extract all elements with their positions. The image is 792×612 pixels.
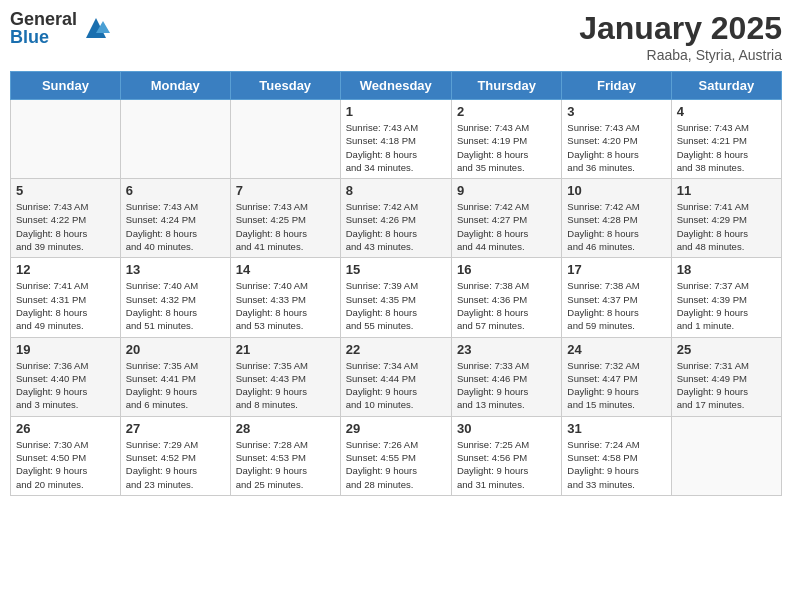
day-info: Sunrise: 7:43 AM Sunset: 4:22 PM Dayligh…	[16, 200, 115, 253]
calendar-day: 22Sunrise: 7:34 AM Sunset: 4:44 PM Dayli…	[340, 337, 451, 416]
day-info: Sunrise: 7:35 AM Sunset: 4:43 PM Dayligh…	[236, 359, 335, 412]
calendar-day	[120, 100, 230, 179]
day-info: Sunrise: 7:41 AM Sunset: 4:31 PM Dayligh…	[16, 279, 115, 332]
calendar-day: 21Sunrise: 7:35 AM Sunset: 4:43 PM Dayli…	[230, 337, 340, 416]
day-number: 9	[457, 183, 556, 198]
day-info: Sunrise: 7:43 AM Sunset: 4:25 PM Dayligh…	[236, 200, 335, 253]
calendar-day: 6Sunrise: 7:43 AM Sunset: 4:24 PM Daylig…	[120, 179, 230, 258]
calendar-week-row: 26Sunrise: 7:30 AM Sunset: 4:50 PM Dayli…	[11, 416, 782, 495]
calendar-day: 16Sunrise: 7:38 AM Sunset: 4:36 PM Dayli…	[451, 258, 561, 337]
day-info: Sunrise: 7:42 AM Sunset: 4:26 PM Dayligh…	[346, 200, 446, 253]
calendar-week-row: 19Sunrise: 7:36 AM Sunset: 4:40 PM Dayli…	[11, 337, 782, 416]
calendar-header-row: SundayMondayTuesdayWednesdayThursdayFrid…	[11, 72, 782, 100]
day-number: 29	[346, 421, 446, 436]
day-number: 5	[16, 183, 115, 198]
day-info: Sunrise: 7:32 AM Sunset: 4:47 PM Dayligh…	[567, 359, 665, 412]
day-number: 30	[457, 421, 556, 436]
calendar-day: 31Sunrise: 7:24 AM Sunset: 4:58 PM Dayli…	[562, 416, 671, 495]
calendar-day: 23Sunrise: 7:33 AM Sunset: 4:46 PM Dayli…	[451, 337, 561, 416]
day-number: 31	[567, 421, 665, 436]
calendar-day	[671, 416, 781, 495]
calendar-week-row: 12Sunrise: 7:41 AM Sunset: 4:31 PM Dayli…	[11, 258, 782, 337]
day-header: Tuesday	[230, 72, 340, 100]
day-info: Sunrise: 7:33 AM Sunset: 4:46 PM Dayligh…	[457, 359, 556, 412]
day-number: 27	[126, 421, 225, 436]
day-header: Thursday	[451, 72, 561, 100]
logo-blue-text: Blue	[10, 28, 77, 46]
day-number: 14	[236, 262, 335, 277]
calendar-day	[11, 100, 121, 179]
calendar-day	[230, 100, 340, 179]
day-info: Sunrise: 7:42 AM Sunset: 4:28 PM Dayligh…	[567, 200, 665, 253]
day-number: 19	[16, 342, 115, 357]
month-title: January 2025	[579, 10, 782, 47]
day-info: Sunrise: 7:43 AM Sunset: 4:19 PM Dayligh…	[457, 121, 556, 174]
calendar-day: 17Sunrise: 7:38 AM Sunset: 4:37 PM Dayli…	[562, 258, 671, 337]
calendar-day: 28Sunrise: 7:28 AM Sunset: 4:53 PM Dayli…	[230, 416, 340, 495]
day-info: Sunrise: 7:31 AM Sunset: 4:49 PM Dayligh…	[677, 359, 776, 412]
day-info: Sunrise: 7:38 AM Sunset: 4:37 PM Dayligh…	[567, 279, 665, 332]
calendar-day: 26Sunrise: 7:30 AM Sunset: 4:50 PM Dayli…	[11, 416, 121, 495]
day-number: 4	[677, 104, 776, 119]
calendar-day: 4Sunrise: 7:43 AM Sunset: 4:21 PM Daylig…	[671, 100, 781, 179]
day-number: 17	[567, 262, 665, 277]
day-info: Sunrise: 7:41 AM Sunset: 4:29 PM Dayligh…	[677, 200, 776, 253]
calendar-day: 19Sunrise: 7:36 AM Sunset: 4:40 PM Dayli…	[11, 337, 121, 416]
day-number: 23	[457, 342, 556, 357]
calendar-day: 3Sunrise: 7:43 AM Sunset: 4:20 PM Daylig…	[562, 100, 671, 179]
day-info: Sunrise: 7:34 AM Sunset: 4:44 PM Dayligh…	[346, 359, 446, 412]
calendar-week-row: 1Sunrise: 7:43 AM Sunset: 4:18 PM Daylig…	[11, 100, 782, 179]
day-header: Wednesday	[340, 72, 451, 100]
day-number: 2	[457, 104, 556, 119]
calendar-day: 27Sunrise: 7:29 AM Sunset: 4:52 PM Dayli…	[120, 416, 230, 495]
day-info: Sunrise: 7:42 AM Sunset: 4:27 PM Dayligh…	[457, 200, 556, 253]
day-number: 24	[567, 342, 665, 357]
day-number: 13	[126, 262, 225, 277]
day-number: 22	[346, 342, 446, 357]
day-info: Sunrise: 7:40 AM Sunset: 4:32 PM Dayligh…	[126, 279, 225, 332]
calendar-day: 11Sunrise: 7:41 AM Sunset: 4:29 PM Dayli…	[671, 179, 781, 258]
day-number: 8	[346, 183, 446, 198]
day-info: Sunrise: 7:29 AM Sunset: 4:52 PM Dayligh…	[126, 438, 225, 491]
day-number: 25	[677, 342, 776, 357]
calendar-table: SundayMondayTuesdayWednesdayThursdayFrid…	[10, 71, 782, 496]
day-info: Sunrise: 7:37 AM Sunset: 4:39 PM Dayligh…	[677, 279, 776, 332]
calendar-day: 15Sunrise: 7:39 AM Sunset: 4:35 PM Dayli…	[340, 258, 451, 337]
calendar-day: 24Sunrise: 7:32 AM Sunset: 4:47 PM Dayli…	[562, 337, 671, 416]
calendar-day: 30Sunrise: 7:25 AM Sunset: 4:56 PM Dayli…	[451, 416, 561, 495]
page-header: General Blue January 2025 Raaba, Styria,…	[10, 10, 782, 63]
day-header: Friday	[562, 72, 671, 100]
calendar-day: 14Sunrise: 7:40 AM Sunset: 4:33 PM Dayli…	[230, 258, 340, 337]
day-number: 7	[236, 183, 335, 198]
day-number: 1	[346, 104, 446, 119]
calendar-day: 12Sunrise: 7:41 AM Sunset: 4:31 PM Dayli…	[11, 258, 121, 337]
day-number: 15	[346, 262, 446, 277]
day-number: 18	[677, 262, 776, 277]
day-info: Sunrise: 7:39 AM Sunset: 4:35 PM Dayligh…	[346, 279, 446, 332]
day-info: Sunrise: 7:28 AM Sunset: 4:53 PM Dayligh…	[236, 438, 335, 491]
day-number: 12	[16, 262, 115, 277]
calendar-day: 25Sunrise: 7:31 AM Sunset: 4:49 PM Dayli…	[671, 337, 781, 416]
calendar-day: 13Sunrise: 7:40 AM Sunset: 4:32 PM Dayli…	[120, 258, 230, 337]
calendar-day: 29Sunrise: 7:26 AM Sunset: 4:55 PM Dayli…	[340, 416, 451, 495]
calendar-day: 1Sunrise: 7:43 AM Sunset: 4:18 PM Daylig…	[340, 100, 451, 179]
logo: General Blue	[10, 10, 111, 46]
day-info: Sunrise: 7:43 AM Sunset: 4:24 PM Dayligh…	[126, 200, 225, 253]
day-info: Sunrise: 7:35 AM Sunset: 4:41 PM Dayligh…	[126, 359, 225, 412]
calendar-day: 2Sunrise: 7:43 AM Sunset: 4:19 PM Daylig…	[451, 100, 561, 179]
calendar-day: 7Sunrise: 7:43 AM Sunset: 4:25 PM Daylig…	[230, 179, 340, 258]
day-number: 20	[126, 342, 225, 357]
logo-icon	[81, 13, 111, 43]
day-header: Sunday	[11, 72, 121, 100]
calendar-day: 5Sunrise: 7:43 AM Sunset: 4:22 PM Daylig…	[11, 179, 121, 258]
day-number: 6	[126, 183, 225, 198]
calendar-day: 8Sunrise: 7:42 AM Sunset: 4:26 PM Daylig…	[340, 179, 451, 258]
calendar-day: 9Sunrise: 7:42 AM Sunset: 4:27 PM Daylig…	[451, 179, 561, 258]
day-info: Sunrise: 7:25 AM Sunset: 4:56 PM Dayligh…	[457, 438, 556, 491]
day-info: Sunrise: 7:43 AM Sunset: 4:18 PM Dayligh…	[346, 121, 446, 174]
calendar-day: 18Sunrise: 7:37 AM Sunset: 4:39 PM Dayli…	[671, 258, 781, 337]
day-number: 16	[457, 262, 556, 277]
day-number: 3	[567, 104, 665, 119]
day-info: Sunrise: 7:43 AM Sunset: 4:21 PM Dayligh…	[677, 121, 776, 174]
title-section: January 2025 Raaba, Styria, Austria	[579, 10, 782, 63]
